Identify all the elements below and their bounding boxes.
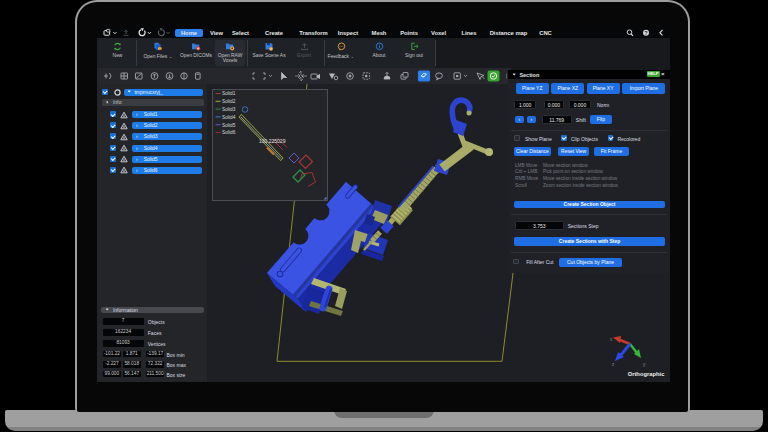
- svg-text:Solid5: Solid5: [222, 122, 236, 127]
- svg-text:Orthographic: Orthographic: [628, 371, 665, 377]
- svg-text:130.225029: 130.225029: [259, 137, 286, 143]
- svg-text:Solid1: Solid1: [222, 91, 236, 96]
- svg-text:Solid4: Solid4: [222, 114, 236, 119]
- svg-text:Solid3: Solid3: [222, 106, 236, 111]
- svg-text:Solid2: Solid2: [222, 99, 236, 104]
- svg-text:Solid6: Solid6: [222, 130, 236, 135]
